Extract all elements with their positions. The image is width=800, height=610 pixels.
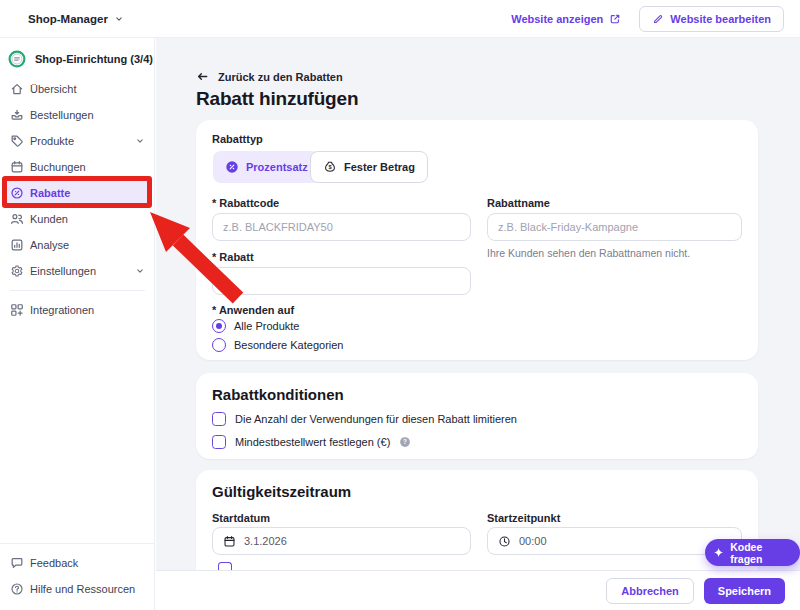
pencil-icon (652, 13, 664, 25)
sidebar-item-kunden[interactable]: Kunden (4, 206, 151, 232)
sidebar-item-label: Integrationen (30, 304, 94, 316)
discount-code-label: * Rabattcode (212, 197, 279, 209)
discount-name-label: Rabattname (487, 197, 550, 209)
discount-type-label: Rabatttyp (212, 133, 263, 145)
sidebar: Shop-Einrichtung (3/4) Übersicht Bestell… (0, 38, 155, 610)
sidebar-item-feedback[interactable]: Feedback (4, 550, 151, 576)
start-time-value: 00:00 (519, 535, 547, 547)
customers-icon (10, 212, 24, 226)
min-order-checkbox-row[interactable]: Mindestbestellwert festlegen (€) ? (212, 435, 411, 449)
workspace-switcher[interactable]: Shop-Manager (28, 13, 124, 25)
edit-website-button[interactable]: Website bearbeiten (639, 6, 784, 32)
conditions-title: Rabattkonditionen (212, 386, 344, 403)
discount-code-input[interactable] (212, 213, 471, 241)
topbar: Shop-Manager Website anzeigen Website be… (0, 0, 800, 38)
sidebar-item-analyse[interactable]: Analyse (4, 232, 151, 258)
back-to-discounts-link[interactable]: Zurück zu den Rabatten (196, 70, 343, 83)
sidebar-item-hilfe[interactable]: Hilfe und Ressourcen (4, 576, 151, 602)
calendar-icon (223, 535, 236, 548)
setup-progress-ring-icon (8, 50, 26, 68)
apply-to-label: * Anwenden auf (212, 304, 294, 316)
sidebar-item-label: Bestellungen (30, 109, 94, 121)
setup-label: Shop-Einrichtung (3/4) (35, 53, 153, 65)
sidebar-item-rabatte[interactable]: Rabatte (4, 180, 151, 206)
main-content: Zurück zu den Rabatten Rabatt hinzufügen… (156, 38, 800, 610)
percentage-type-label: Prozentsatz (246, 161, 308, 173)
kodee-button-label: Kodee fragen (730, 541, 788, 565)
sidebar-item-buchungen[interactable]: Buchungen (4, 154, 151, 180)
sidebar-item-label: Übersicht (30, 83, 76, 95)
sidebar-bottom: Feedback Hilfe und Ressourcen (0, 543, 155, 610)
sidebar-item-produkte[interactable]: Produkte (4, 128, 151, 154)
home-icon (10, 82, 24, 96)
sidebar-divider (10, 290, 145, 291)
external-link-icon (609, 13, 621, 25)
discount-name-hint: Ihre Kunden sehen den Rabattnamen nicht. (487, 247, 690, 259)
limit-usage-label[interactable]: Die Anzahl der Verwendungen für diesen R… (235, 413, 517, 425)
page-title: Rabatt hinzufügen (196, 88, 358, 110)
tag-icon (10, 134, 24, 148)
sidebar-item-shop-setup[interactable]: Shop-Einrichtung (3/4) (8, 46, 153, 72)
gear-icon (10, 264, 24, 278)
apply-special-categories-option[interactable]: Besondere Kategorien (212, 338, 343, 352)
orders-inbox-icon (10, 108, 24, 122)
kodee-spark-icon (713, 546, 724, 559)
sidebar-item-label: Buchungen (30, 161, 86, 173)
svg-text:?: ? (403, 438, 407, 445)
sidebar-item-label: Produkte (30, 135, 74, 147)
sidebar-item-bestellungen[interactable]: Bestellungen (4, 102, 151, 128)
view-website-link[interactable]: Website anzeigen (511, 13, 621, 25)
edit-website-label: Website bearbeiten (670, 13, 771, 25)
sidebar-item-einstellungen[interactable]: Einstellungen (4, 258, 151, 284)
view-website-label: Website anzeigen (511, 13, 603, 25)
discount-amount-input[interactable] (212, 267, 471, 295)
clock-icon (498, 535, 511, 548)
start-date-label: Startdatum (212, 512, 270, 524)
analytics-icon (10, 238, 24, 252)
limit-usage-checkbox-row[interactable]: Die Anzahl der Verwendungen für diesen R… (212, 412, 517, 426)
sidebar-item-label: Rabatte (30, 187, 70, 199)
conditions-card: Rabattkonditionen Die Anzahl der Verwend… (196, 373, 758, 459)
checkbox-icon[interactable] (212, 412, 226, 426)
percent-badge-icon (225, 160, 239, 174)
save-button[interactable]: Speichern (704, 578, 785, 604)
discount-amount-label: * Rabatt (212, 251, 254, 263)
cancel-button[interactable]: Abbrechen (606, 578, 693, 604)
chevron-down-icon (114, 14, 124, 24)
start-time-field[interactable]: 00:00 (487, 527, 742, 555)
chevron-down-icon (135, 136, 145, 146)
checkbox-icon[interactable] (212, 435, 226, 449)
fixed-amount-type-label: Fester Betrag (344, 161, 415, 173)
integrations-icon (10, 303, 24, 317)
end-date-checkbox-partial[interactable] (218, 562, 232, 570)
sidebar-item-integrationen[interactable]: Integrationen (4, 297, 151, 323)
discount-badge-icon (10, 186, 24, 200)
apply-all-products-label[interactable]: Alle Produkte (234, 320, 299, 332)
sidebar-item-label: Feedback (30, 557, 78, 569)
calendar-icon (10, 160, 24, 174)
validity-title: Gültigkeitszeitraum (212, 483, 351, 500)
workspace-label: Shop-Manager (28, 13, 108, 25)
kodee-assistant-button[interactable]: Kodee fragen (705, 539, 800, 566)
chevron-down-icon (135, 266, 145, 276)
money-bag-icon: $ (323, 160, 337, 174)
apply-all-products-option[interactable]: Alle Produkte (212, 319, 299, 333)
radio-selected-icon[interactable] (212, 319, 226, 333)
sidebar-item-uebersicht[interactable]: Übersicht (4, 76, 151, 102)
fixed-amount-type-button[interactable]: $ Fester Betrag (310, 151, 428, 183)
svg-text:$: $ (328, 164, 332, 170)
start-time-label: Startzeitpunkt (487, 512, 560, 524)
sidebar-item-label: Einstellungen (30, 265, 96, 277)
discount-name-input[interactable] (487, 213, 742, 241)
start-date-field[interactable]: 3.1.2026 (212, 527, 471, 555)
sidebar-item-label: Hilfe und Ressourcen (30, 583, 135, 595)
back-link-label: Zurück zu den Rabatten (218, 71, 343, 83)
apply-special-categories-label[interactable]: Besondere Kategorien (234, 339, 343, 351)
percentage-type-button[interactable]: Prozentsatz (213, 151, 320, 183)
min-order-label[interactable]: Mindestbestellwert festlegen (€) (235, 436, 390, 448)
start-date-value: 3.1.2026 (244, 535, 287, 547)
sidebar-item-label: Analyse (30, 239, 69, 251)
help-filled-icon[interactable]: ? (399, 436, 411, 448)
feedback-chat-icon (10, 556, 24, 570)
radio-unselected-icon[interactable] (212, 338, 226, 352)
